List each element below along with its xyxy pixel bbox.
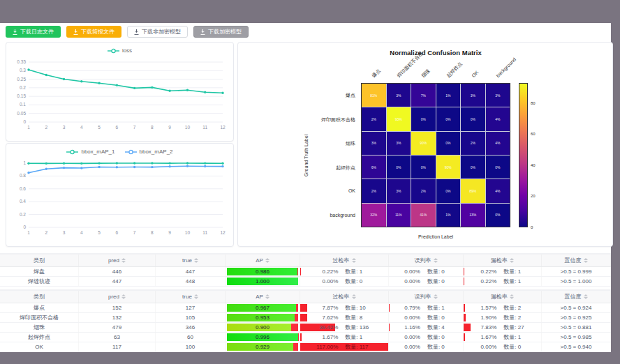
ap-value: 1.000 (227, 278, 298, 285)
matrix-cell: 3% (362, 132, 386, 155)
ap-bar-track: 0.953 (227, 314, 298, 321)
button-label: 下载非加密模型 (142, 29, 181, 35)
sort-caret-icon[interactable] (584, 294, 588, 299)
svg-text:6: 6 (116, 230, 119, 235)
line-chart-plot: 00.20.40.60.81123456789101112 (6, 156, 232, 243)
sort-caret-icon[interactable] (510, 294, 514, 299)
sort-caret-icon[interactable] (434, 258, 438, 263)
matrix-cell: 2% (411, 179, 436, 202)
matrix-cell: 6% (362, 156, 386, 179)
colorbar-tick: 20 (531, 194, 536, 198)
sort-caret-icon[interactable] (121, 294, 126, 299)
sort-caret-icon[interactable] (352, 258, 356, 263)
sort-caret-icon[interactable] (121, 258, 126, 263)
download-icon (200, 29, 205, 35)
download-report-button[interactable]: 下载简报文件 (66, 26, 121, 38)
colorbar-tick: 80 (531, 101, 536, 105)
column-header-置信度[interactable]: 置信度 (542, 255, 611, 266)
cell-confidence: >0.5 = 0.925 (542, 313, 611, 322)
matrix-cell: 4% (486, 107, 510, 130)
column-header-漏检率[interactable]: 漏检率 (464, 255, 542, 266)
svg-text:0.2: 0.2 (20, 212, 26, 217)
legend-item-bbox_mAP_2[interactable]: bbox_mAP_2 (125, 149, 173, 155)
matrix-cell: 81% (362, 84, 386, 107)
cell-misjudge-rate-count: 数量: 4 (420, 324, 463, 331)
column-header-置信度[interactable]: 置信度 (542, 291, 611, 303)
sort-caret-icon[interactable] (265, 258, 270, 263)
column-header-过检率[interactable]: 过检率 (300, 291, 389, 303)
cell-misjudge-rate: 0.00%数量: 0 (389, 313, 464, 322)
download-plain-model-button[interactable]: 下载非加密模型 (127, 26, 188, 38)
metrics-table-1: 类别predtrueAP过检率误判率漏检率置信度焊盘4464470.9860.2… (0, 253, 611, 287)
matrix-cell: 0% (486, 204, 510, 227)
cell-true: 105 (156, 313, 226, 322)
matrix-cell: 0% (461, 107, 485, 130)
cell-true: 346 (156, 323, 226, 332)
cell-confidence: >0.5 = 0.924 (542, 303, 611, 312)
svg-text:7: 7 (133, 125, 136, 130)
matrix-cell: 0% (387, 156, 411, 179)
column-header-true[interactable]: true (156, 291, 226, 303)
column-header-误判率[interactable]: 误判率 (389, 255, 464, 266)
svg-text:4: 4 (80, 125, 83, 130)
download-log-button[interactable]: 下载日志文件 (6, 26, 61, 38)
legend-line-icon (125, 149, 138, 155)
matrix-cell: 41% (411, 204, 436, 227)
sort-caret-icon[interactable] (434, 294, 438, 299)
sort-caret-icon[interactable] (194, 258, 198, 263)
button-label: 下载日志文件 (20, 29, 54, 35)
colorbar-tick: 40 (531, 163, 536, 167)
cell-class: 烟珠 (0, 323, 79, 332)
matrix-row-label: OK (238, 188, 355, 193)
cell-overdetect-rate-count: 数量: 8 (338, 314, 388, 321)
sort-caret-icon[interactable] (352, 294, 356, 299)
table-row: 起焊炸点63600.9961.67%数量: 10.00%数量: 01.67%数量… (0, 333, 611, 342)
matrix-cell: 3% (387, 132, 411, 155)
cell-miss-rate-count: 数量: 1 (496, 278, 541, 285)
legend-item-loss[interactable]: loss (108, 47, 132, 54)
matrix-cell: 0% (411, 156, 436, 179)
column-header-true[interactable]: true (156, 255, 226, 266)
matrix-cell: 2% (362, 107, 386, 130)
svg-text:12: 12 (220, 230, 226, 235)
column-header-pred[interactable]: pred (79, 291, 156, 303)
table-row: OK1171000.929117.00%数量: 1170.00%数量: 00.0… (0, 342, 611, 352)
loss-chart-card: loss00.050.10.150.20.250.30.351234567891… (6, 42, 234, 142)
sort-caret-icon[interactable] (194, 294, 198, 299)
legend-item-bbox_mAP_1[interactable]: bbox_mAP_1 (66, 149, 115, 155)
cell-overdetect-rate-percent: 117.00% (300, 344, 338, 350)
legend-label: bbox_mAP_2 (140, 149, 173, 155)
svg-text:8: 8 (151, 125, 154, 130)
matrix-row-label: 爆点 (238, 92, 355, 99)
svg-text:4: 4 (80, 230, 83, 235)
ap-value: 0.929 (227, 343, 298, 351)
download-encrypted-model-button[interactable]: 下载加密模型 (193, 26, 249, 38)
cell-ap: 0.967 (226, 303, 300, 312)
column-header-漏检率[interactable]: 漏检率 (464, 291, 542, 303)
sort-caret-icon[interactable] (265, 294, 270, 299)
column-header-AP[interactable]: AP (226, 255, 300, 266)
matrix-cell: 0% (461, 156, 485, 179)
cell-misjudge-rate-percent: 0.00% (389, 278, 420, 285)
matrix-cell: 13% (461, 204, 485, 227)
cell-miss-rate: 1.67%数量: 1 (464, 333, 542, 342)
cell-misjudge-rate-percent: 0.00% (389, 334, 420, 340)
column-header-过检率[interactable]: 过检率 (300, 255, 389, 266)
column-header-pred[interactable]: pred (79, 255, 156, 266)
sort-caret-icon[interactable] (584, 258, 588, 263)
training-dashboard-page: 下载日志文件 下载简报文件 下载非加密模型 下载加密模型 loss00.050.… (0, 23, 611, 348)
svg-text:0.2: 0.2 (20, 85, 26, 90)
column-header-AP[interactable]: AP (226, 291, 300, 303)
cell-miss-rate-percent: 0.22% (464, 268, 496, 275)
cell-misjudge-rate: 0.79%数量: 1 (389, 303, 464, 312)
confusion-matrix-card: Normalized Confusion Matrix 81%3%7%1%3%3… (237, 42, 613, 247)
ap-bar-track: 0.967 (227, 304, 298, 312)
column-header-误判率[interactable]: 误判率 (389, 291, 464, 303)
table-row: 烟珠4793460.90039.42%数量: 1361.16%数量: 47.83… (0, 323, 611, 333)
svg-text:3: 3 (63, 230, 66, 235)
cell-overdetect-rate: 0.00%数量: 0 (300, 277, 389, 286)
cell-miss-rate-percent: 0.00% (464, 344, 496, 350)
sort-caret-icon[interactable] (510, 258, 514, 263)
button-label: 下载加密模型 (208, 29, 242, 35)
matrix-cell: 0% (436, 107, 461, 130)
